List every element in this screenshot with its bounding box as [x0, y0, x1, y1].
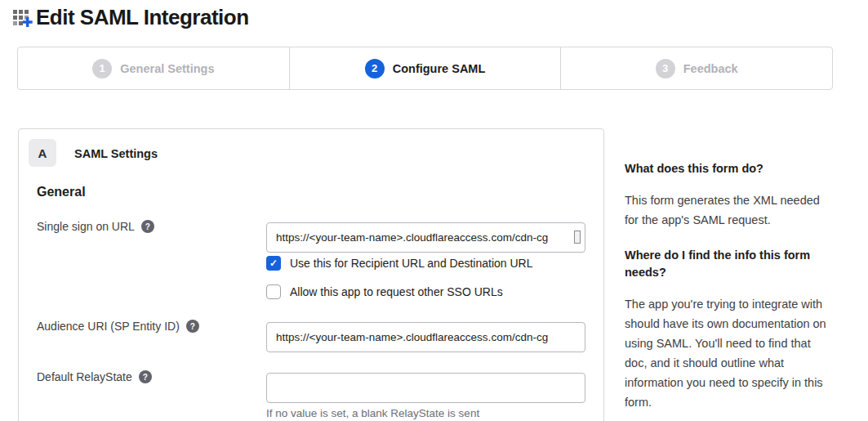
audience-uri-label-row: Audience URI (SP Entity ID) ?: [37, 320, 199, 333]
add-app-grid-icon: [11, 7, 33, 29]
step-3-label: Feedback: [683, 62, 738, 75]
sso-url-help-icon[interactable]: ?: [141, 220, 154, 233]
audience-uri-label: Audience URI (SP Entity ID): [37, 320, 180, 333]
help-sidebar: What does this form do? This form genera…: [625, 160, 829, 421]
relay-state-help-icon[interactable]: ?: [139, 370, 152, 383]
help-answer-1: This form generates the XML needed for t…: [625, 190, 829, 230]
sso-url-label-row: Single sign on URL ?: [37, 220, 154, 233]
relay-state-label: Default RelayState: [37, 370, 132, 383]
other-sso-checkbox-label: Allow this app to request other SSO URLs: [290, 285, 503, 298]
section-letter-badge: A: [29, 139, 56, 167]
sso-url-label: Single sign on URL: [37, 220, 135, 233]
step-3-number: 3: [656, 59, 675, 78]
step-feedback[interactable]: 3 Feedback: [561, 47, 832, 89]
text-cursor: [574, 231, 581, 244]
other-sso-checkbox-row[interactable]: Allow this app to request other SSO URLs: [266, 284, 503, 299]
relay-state-input[interactable]: [266, 373, 585, 403]
wizard-stepper: 1 General Settings 2 Configure SAML 3 Fe…: [17, 47, 833, 90]
section-title: SAML Settings: [74, 147, 158, 160]
sso-url-input-wrap: [266, 222, 585, 253]
relay-state-input-wrap: [266, 373, 585, 403]
step-1-number: 1: [92, 59, 112, 78]
relay-state-label-row: Default RelayState ?: [37, 370, 152, 383]
audience-uri-input[interactable]: [266, 322, 585, 352]
other-sso-checkbox[interactable]: [266, 284, 281, 299]
recipient-url-checkbox[interactable]: ✓: [266, 256, 281, 271]
step-configure-saml[interactable]: 2 Configure SAML: [290, 47, 562, 89]
recipient-url-checkbox-label: Use this for Recipient URL and Destinati…: [290, 257, 533, 270]
audience-uri-help-icon[interactable]: ?: [186, 320, 199, 333]
page-title: Edit SAML Integration: [36, 5, 249, 30]
sso-url-input[interactable]: [266, 222, 585, 253]
step-1-label: General Settings: [120, 62, 214, 75]
relay-state-hint: If no value is set, a blank RelayState i…: [266, 407, 479, 419]
general-group-heading: General: [37, 185, 86, 199]
step-2-label: Configure SAML: [393, 62, 486, 75]
help-question-2: Where do I find the info this form needs…: [625, 247, 829, 281]
recipient-url-checkbox-row[interactable]: ✓ Use this for Recipient URL and Destina…: [266, 256, 533, 271]
page-header: Edit SAML Integration: [11, 5, 249, 30]
step-2-number: 2: [365, 59, 385, 78]
help-question-1: What does this form do?: [625, 160, 829, 177]
step-general-settings[interactable]: 1 General Settings: [18, 47, 290, 89]
saml-settings-panel: A SAML Settings General Single sign on U…: [18, 128, 604, 421]
help-answer-2: The app you're trying to integrate with …: [625, 294, 829, 412]
audience-uri-input-wrap: [266, 322, 585, 352]
